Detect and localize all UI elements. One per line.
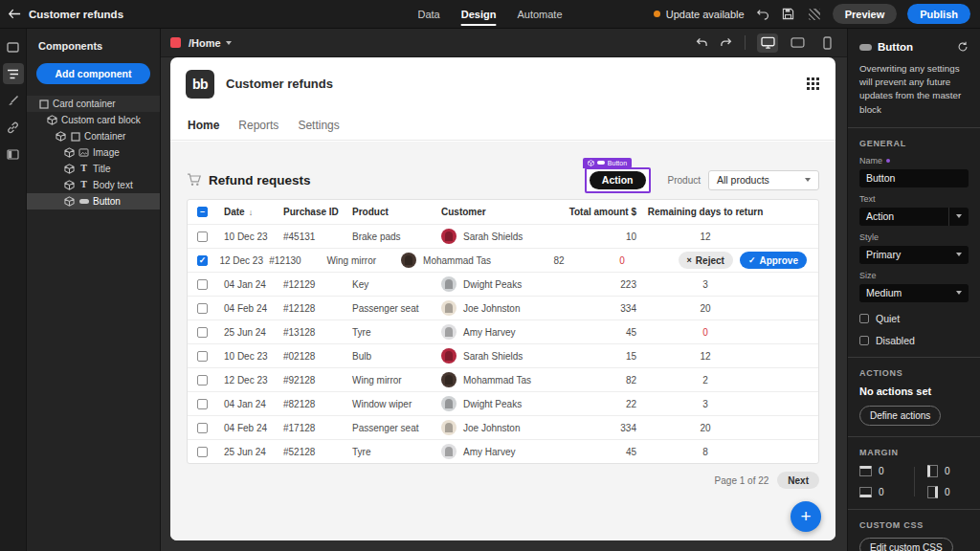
margin-top-control[interactable]: 0 <box>859 465 914 477</box>
app-title: Customer refunds <box>226 77 333 91</box>
row-checkbox[interactable] <box>197 303 208 314</box>
app-preview-card: bb Customer refunds HomeReportsSettings … <box>170 57 835 540</box>
topbar-tabs: DataDesignAutomate <box>417 0 562 29</box>
button-glyph-icon <box>859 44 872 51</box>
select-all-checkbox[interactable]: – <box>197 207 208 217</box>
quiet-checkbox[interactable] <box>859 314 869 323</box>
avatar <box>441 372 457 387</box>
container-icon <box>70 131 80 142</box>
tree-item-label: Image <box>93 147 120 158</box>
sort-desc-icon[interactable]: ↓ <box>249 208 254 217</box>
define-actions-button[interactable]: Define actions <box>859 406 941 426</box>
row-checkbox[interactable] <box>197 447 208 457</box>
topbar-tab-automate[interactable]: Automate <box>517 0 562 29</box>
chevron-down-icon[interactable] <box>948 208 962 226</box>
next-page-button[interactable]: Next <box>777 472 819 489</box>
style-select[interactable]: Primary <box>859 246 969 264</box>
tree-item-label: Body text <box>93 180 133 190</box>
save-icon[interactable] <box>781 7 796 22</box>
table-row[interactable]: 25 Jun 24 #13128 Tyre Amy Harvey 45 0 <box>188 320 818 343</box>
table-row[interactable]: 04 Jan 24 #12129 Key Dwight Peaks 223 3 <box>188 272 818 296</box>
reject-button[interactable]: ×Reject <box>679 252 733 269</box>
tablet-view-icon[interactable] <box>787 33 808 53</box>
tree-item-title[interactable]: TTitle <box>27 161 160 177</box>
style-label: Style <box>859 232 879 242</box>
row-checkbox[interactable] <box>197 423 208 433</box>
block-icon <box>56 131 66 142</box>
add-floating-button[interactable]: + <box>791 501 821 532</box>
debug-disabled-icon[interactable] <box>807 7 822 22</box>
margin-bottom-control[interactable]: 0 <box>859 486 914 498</box>
disabled-checkbox[interactable] <box>859 336 869 345</box>
table-row[interactable]: 12 Dec 23 #92128 Wing mirror Mohammad Ta… <box>188 367 818 391</box>
table-row[interactable]: 10 Dec 23 #45131 Brake pads Sarah Shield… <box>188 224 818 248</box>
desktop-view-icon[interactable] <box>757 33 778 53</box>
margin-right-control[interactable]: 0 <box>914 486 969 498</box>
table-header-row: – Date↓ Purchase ID Product Customer Tot… <box>188 200 818 224</box>
size-select[interactable]: Medium <box>859 284 969 302</box>
tree-item-label: Custom card block <box>61 115 141 125</box>
page-color-swatch[interactable] <box>170 37 181 48</box>
phone-view-icon[interactable] <box>816 33 837 53</box>
table-row[interactable]: 04 Feb 24 #17128 Passenger seat Joe John… <box>188 415 818 439</box>
row-checkbox[interactable] <box>197 351 208 362</box>
pages-icon[interactable] <box>3 36 24 57</box>
text-field[interactable]: Action <box>859 208 969 226</box>
approve-button[interactable]: ✓Approve <box>740 252 807 269</box>
table-row[interactable]: 25 Jun 24 #52128 Tyre Amy Harvey 45 8 <box>188 439 818 463</box>
app-tab-home[interactable]: Home <box>188 119 219 132</box>
text-icon: T <box>78 180 89 190</box>
chevron-down-icon[interactable] <box>226 41 232 45</box>
action-button[interactable]: Action <box>590 171 646 189</box>
tree-item-button[interactable]: Button <box>27 193 160 209</box>
update-status: Update available <box>654 9 745 20</box>
back-arrow-icon[interactable] <box>0 9 29 19</box>
row-checkbox[interactable] <box>197 231 208 242</box>
margin-heading: MARGIN <box>859 448 969 457</box>
canvas-toolbar: /Home <box>161 29 847 57</box>
link-icon[interactable] <box>3 117 24 138</box>
actions-heading: ACTIONS <box>859 368 969 378</box>
update-dot-icon <box>654 11 660 17</box>
margin-left-control[interactable]: 0 <box>914 465 969 477</box>
edit-custom-css-button[interactable]: Edit custom CSS <box>859 538 953 551</box>
table-row[interactable]: 04 Jan 24 #82128 Window wiper Dwight Pea… <box>188 391 818 415</box>
topbar-tab-design[interactable]: Design <box>461 0 497 29</box>
page-breadcrumb[interactable]: /Home <box>189 37 221 49</box>
refresh-icon[interactable] <box>957 41 969 53</box>
row-checkbox[interactable] <box>197 279 208 290</box>
row-checkbox[interactable] <box>197 327 208 338</box>
avatar <box>441 300 457 316</box>
component-tree-icon[interactable] <box>3 63 24 84</box>
app-grid-icon[interactable] <box>807 77 820 91</box>
table-row[interactable]: 10 Dec 23 #02128 Bulb Sarah Shields 15 1… <box>188 343 818 367</box>
tree-item-image[interactable]: Image <box>27 144 160 161</box>
media-library-icon[interactable] <box>3 143 24 165</box>
add-component-button[interactable]: Add component <box>36 63 150 84</box>
publish-button[interactable]: Publish <box>907 4 970 24</box>
text-icon: T <box>78 164 89 174</box>
table-row[interactable]: ✓ 12 Dec 23 #12130 Wing mirror Mohammad … <box>188 248 818 272</box>
history-icon[interactable] <box>755 7 770 22</box>
container-icon <box>38 99 49 109</box>
table-row[interactable]: 04 Feb 24 #12128 Passenger seat Joe John… <box>188 296 818 320</box>
tree-item-card-container[interactable]: Card container <box>27 96 160 112</box>
row-checkbox[interactable] <box>197 375 208 386</box>
avatar <box>441 229 457 244</box>
tree-item-custom-card-block[interactable]: Custom card block <box>27 112 160 128</box>
undo-icon[interactable] <box>694 35 709 51</box>
row-checkbox[interactable]: ✓ <box>197 255 208 266</box>
app-tab-reports[interactable]: Reports <box>238 119 278 132</box>
tree-item-body-text[interactable]: TBody text <box>27 177 160 193</box>
app-tab-settings[interactable]: Settings <box>298 119 339 132</box>
actions-status: No actions set <box>859 386 969 397</box>
toolbar-divider <box>745 35 746 50</box>
preview-button[interactable]: Preview <box>833 4 898 24</box>
row-checkbox[interactable] <box>197 399 208 409</box>
tree-item-container[interactable]: Container <box>27 128 160 144</box>
name-field[interactable] <box>859 169 969 187</box>
redo-icon[interactable] <box>718 35 733 51</box>
product-filter-select[interactable]: All products <box>708 170 819 190</box>
theme-brush-icon[interactable] <box>3 90 24 111</box>
topbar-tab-data[interactable]: Data <box>417 0 439 29</box>
